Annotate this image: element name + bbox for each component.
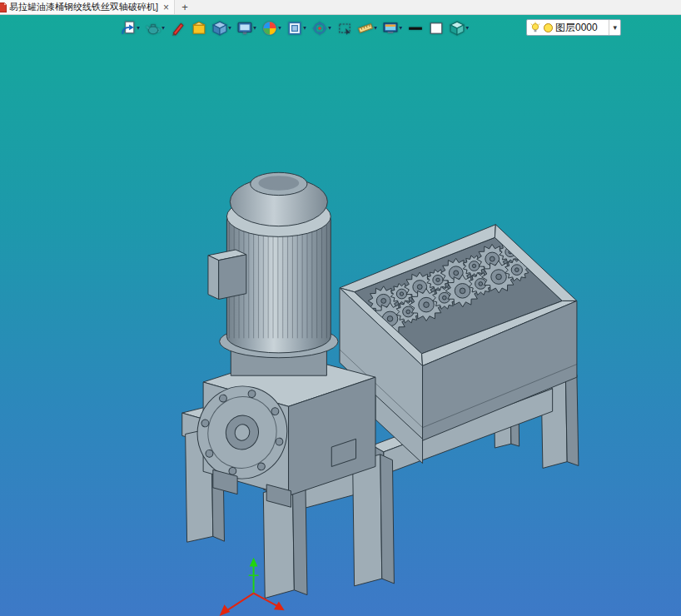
display-mode-icon[interactable]: ▾ — [237, 21, 256, 36]
view-cube-icon[interactable]: ▾ — [212, 21, 231, 36]
dropdown-arrow-icon[interactable]: ▾ — [137, 25, 140, 32]
line-width-icon-glyph — [408, 21, 423, 36]
viewport-3d[interactable]: ▾▾▾▾▾▾▾▾▾▾ 图层0000 ▾ — [0, 15, 681, 616]
dropdown-arrow-icon[interactable]: ▾ — [465, 25, 469, 32]
shaded-view-icon[interactable]: ▾ — [450, 21, 469, 36]
locate-target-icon-glyph — [312, 21, 327, 36]
model-canvas[interactable] — [0, 15, 681, 616]
app-window: 易拉罐油漆桶钢绞线铁丝双轴破碎机] × + — [0, 0, 681, 616]
tab-close-button[interactable]: × — [163, 2, 169, 12]
display-mode-icon-glyph — [237, 21, 252, 36]
document-icon — [0, 2, 7, 12]
layer-visibility-bulb-icon[interactable] — [529, 22, 541, 33]
open-view-icon-glyph — [121, 21, 136, 36]
color-wheel-icon[interactable]: ▾ — [262, 21, 281, 36]
dropdown-arrow-icon[interactable]: ▾ — [303, 25, 306, 32]
dropdown-arrow-icon[interactable]: ▾ — [278, 25, 281, 32]
dropdown-arrow-icon[interactable]: ▾ — [162, 25, 165, 32]
layer-color-swatch[interactable] — [544, 23, 553, 32]
tab-bar: 易拉罐油漆桶钢绞线铁丝双轴破碎机] × + — [0, 0, 681, 15]
motor-junction-box[interactable] — [208, 250, 246, 300]
locate-target-icon[interactable]: ▾ — [312, 21, 331, 36]
view-cube-icon-glyph — [212, 21, 227, 36]
material-box-icon-glyph — [191, 21, 206, 36]
chevron-down-icon[interactable]: ▾ — [609, 20, 619, 35]
blank-frame-icon-glyph — [429, 21, 444, 36]
material-box-icon[interactable] — [191, 21, 206, 36]
screen-view-icon-glyph — [383, 21, 398, 36]
selection-box-icon-glyph — [337, 21, 352, 36]
dropdown-arrow-icon[interactable]: ▾ — [399, 25, 402, 32]
render-style-icon[interactable]: ▾ — [146, 21, 165, 36]
color-wheel-icon-glyph — [262, 21, 277, 36]
new-tab-button[interactable]: + — [175, 0, 195, 14]
axis-up-arrow — [250, 558, 258, 567]
dropdown-arrow-icon[interactable]: ▾ — [228, 25, 231, 32]
layer-control[interactable]: 图层0000 ▾ — [526, 19, 621, 36]
dropdown-arrow-icon[interactable]: ▾ — [253, 25, 256, 32]
measure-icon[interactable]: ▾ — [358, 21, 377, 36]
annotate-pen-icon-glyph — [171, 21, 186, 36]
layer-name: 图层0000 — [555, 21, 606, 35]
document-tab[interactable]: 易拉罐油漆桶钢绞线铁丝双轴破碎机] × — [0, 0, 175, 14]
measure-icon-glyph — [358, 21, 373, 36]
blank-frame-icon[interactable] — [429, 21, 444, 36]
axis-x-arrow — [220, 604, 231, 616]
dropdown-arrow-icon[interactable]: ▾ — [374, 25, 377, 32]
motor[interactable] — [208, 172, 338, 375]
annotate-pen-icon[interactable] — [171, 21, 186, 36]
render-style-icon-glyph — [146, 21, 161, 36]
dropdown-arrow-icon[interactable]: ▾ — [328, 25, 331, 32]
selection-box-icon[interactable] — [337, 21, 352, 36]
screen-view-icon[interactable]: ▾ — [383, 21, 402, 36]
capture-region-icon[interactable]: ▾ — [287, 21, 306, 36]
capture-region-icon-glyph — [287, 21, 302, 36]
line-width-icon[interactable] — [408, 21, 423, 36]
open-view-icon[interactable]: ▾ — [121, 21, 140, 36]
tab-title: 易拉罐油漆桶钢绞线铁丝双轴破碎机] — [9, 1, 158, 13]
shaded-view-icon-glyph — [450, 21, 465, 36]
main-toolbar: ▾▾▾▾▾▾▾▾▾▾ — [121, 19, 469, 37]
